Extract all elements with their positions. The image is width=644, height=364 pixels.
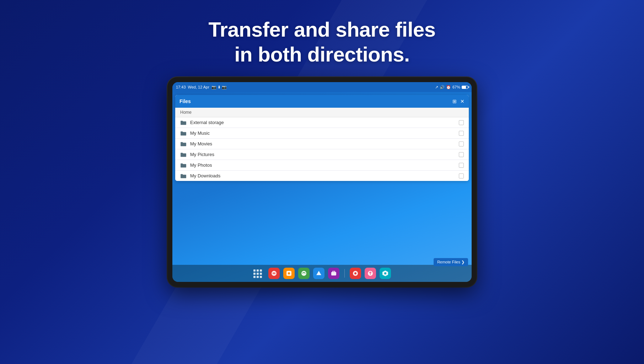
file-checkbox-my-photos[interactable]	[459, 163, 464, 168]
status-icons: 📷 ⬇ 📷	[211, 85, 227, 90]
file-row-my-pictures[interactable]: My Pictures	[175, 149, 469, 160]
battery-icon	[462, 86, 468, 89]
taskbar-divider	[344, 269, 345, 278]
hero-line2: in both directions.	[234, 43, 409, 66]
desktop-area: Remote Files ❯	[172, 184, 472, 282]
app-drawer-button[interactable]	[253, 269, 261, 277]
alarm-icon: ⏰	[446, 85, 451, 90]
taskbar-app-4[interactable]	[313, 268, 324, 279]
remote-files-button[interactable]: Remote Files ❯	[434, 258, 468, 266]
taskbar-app-1[interactable]	[268, 268, 280, 279]
svg-rect-1	[273, 273, 275, 273]
folder-icon	[180, 131, 187, 136]
files-titlebar: Files ⊞ ✕	[175, 95, 469, 108]
titlebar-actions: ⊞ ✕	[452, 98, 465, 104]
files-list: External storage My Music	[175, 117, 469, 181]
status-bar: 17:43 Wed, 12 Apr 📷 ⬇ 📷 ↗ 🔊 ⏰ 67%	[172, 82, 472, 92]
file-name-my-movies: My Movies	[190, 141, 459, 146]
svg-rect-7	[331, 272, 336, 275]
file-row-my-movies[interactable]: My Movies	[175, 139, 469, 149]
tablet-device: 17:43 Wed, 12 Apr 📷 ⬇ 📷 ↗ 🔊 ⏰ 67%	[167, 77, 477, 287]
file-name-external-storage: External storage	[190, 120, 459, 125]
file-checkbox-my-downloads[interactable]	[459, 173, 464, 178]
status-time: 17:43	[176, 85, 186, 89]
file-row-my-music[interactable]: My Music	[175, 128, 469, 139]
svg-point-4	[288, 272, 290, 274]
svg-point-5	[301, 271, 306, 276]
file-name-my-pictures: My Pictures	[190, 152, 459, 157]
remote-files-label: Remote Files ❯	[437, 260, 465, 264]
hero-line1: Transfer and share files	[208, 18, 435, 41]
file-name-my-photos: My Photos	[190, 162, 459, 168]
titlebar-close-button[interactable]: ✕	[460, 98, 465, 104]
folder-icon	[180, 152, 187, 157]
file-row-my-downloads[interactable]: My Downloads	[175, 171, 469, 181]
taskbar-app-5[interactable]	[328, 268, 339, 279]
taskbar	[172, 265, 472, 282]
battery-percent: 67%	[452, 85, 460, 89]
svg-rect-2	[273, 274, 275, 274]
wifi-icon: ↗	[435, 85, 438, 90]
svg-point-9	[354, 272, 356, 274]
files-path-text: Home	[180, 110, 192, 115]
folder-icon	[180, 163, 187, 168]
tablet-outer: 17:43 Wed, 12 Apr 📷 ⬇ 📷 ↗ 🔊 ⏰ 67%	[167, 77, 477, 287]
titlebar-transfer-icon[interactable]: ⊞	[452, 98, 457, 104]
volume-icon: 🔊	[440, 85, 445, 90]
status-date: Wed, 12 Apr	[188, 85, 209, 89]
svg-marker-6	[316, 271, 321, 275]
folder-icon	[180, 173, 187, 178]
file-name-my-music: My Music	[190, 130, 459, 136]
taskbar-app-2[interactable]	[283, 268, 295, 279]
file-checkbox-my-movies[interactable]	[459, 141, 464, 146]
status-left: 17:43 Wed, 12 Apr 📷 ⬇ 📷	[176, 85, 227, 90]
status-right: ↗ 🔊 ⏰ 67%	[435, 85, 468, 90]
file-checkbox-my-music[interactable]	[459, 131, 464, 136]
files-path: Home	[175, 108, 469, 117]
files-window-title: Files	[179, 98, 191, 104]
file-checkbox-my-pictures[interactable]	[459, 152, 464, 157]
file-row-external-storage[interactable]: External storage	[175, 117, 469, 128]
files-window: Files ⊞ ✕ Home External storage	[175, 95, 469, 181]
taskbar-app-7[interactable]	[365, 268, 376, 279]
file-row-my-photos[interactable]: My Photos	[175, 160, 469, 171]
folder-icon	[180, 120, 187, 125]
hero-title: Transfer and share files in both directi…	[208, 17, 435, 66]
taskbar-app-8[interactable]	[380, 268, 391, 279]
file-checkbox-external-storage[interactable]	[459, 120, 464, 125]
svg-point-12	[384, 272, 386, 274]
taskbar-app-6[interactable]	[350, 268, 361, 279]
tablet-screen: 17:43 Wed, 12 Apr 📷 ⬇ 📷 ↗ 🔊 ⏰ 67%	[172, 82, 472, 282]
file-name-my-downloads: My Downloads	[190, 173, 459, 178]
folder-icon	[180, 141, 187, 146]
taskbar-app-3[interactable]	[298, 268, 310, 279]
